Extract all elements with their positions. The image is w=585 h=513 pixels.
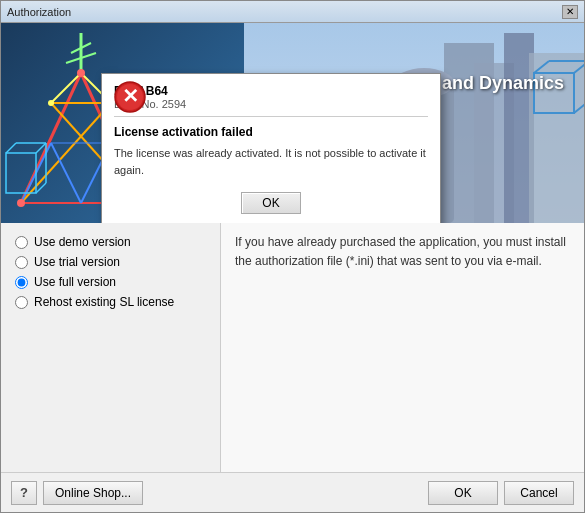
error-header: ✕ RSTAB64 Error No. 2594 xyxy=(102,74,440,116)
error-icon: ✕ xyxy=(114,81,146,113)
option-full[interactable]: Use full version xyxy=(15,275,206,289)
svg-rect-21 xyxy=(6,153,36,193)
title-bar: Authorization ✕ xyxy=(1,1,584,23)
option-demo[interactable]: Use demo version xyxy=(15,235,206,249)
close-button[interactable]: ✕ xyxy=(562,5,578,19)
svg-point-16 xyxy=(17,199,25,207)
error-footer: OK xyxy=(102,182,440,223)
svg-line-22 xyxy=(6,143,16,153)
error-ok-button[interactable]: OK xyxy=(241,192,301,214)
option-trial-label: Use trial version xyxy=(34,255,120,269)
error-body: License activation failed The license wa… xyxy=(102,117,440,182)
ok-button[interactable]: OK xyxy=(428,481,498,505)
error-detail-message: The license was already activated. It is… xyxy=(114,145,428,178)
error-dialog: ✕ RSTAB64 Error No. 2594 License activat… xyxy=(101,73,441,223)
error-main-message: License activation failed xyxy=(114,125,428,139)
options-panel: Use demo version Use trial version Use f… xyxy=(1,223,221,472)
svg-point-17 xyxy=(77,69,85,77)
option-full-label: Use full version xyxy=(34,275,116,289)
svg-line-6 xyxy=(51,73,81,103)
option-trial[interactable]: Use trial version xyxy=(15,255,206,269)
svg-point-19 xyxy=(48,100,54,106)
info-panel: If you have already purchased the applic… xyxy=(221,223,584,472)
help-button[interactable]: ? xyxy=(11,481,37,505)
bottom-section: Use demo version Use trial version Use f… xyxy=(1,223,584,472)
svg-text:✕: ✕ xyxy=(122,85,139,107)
banner: Software for Statics and Dynamics ✕ RSTA… xyxy=(1,23,584,223)
footer-bar: ? Online Shop... OK Cancel xyxy=(1,472,584,512)
radio-demo[interactable] xyxy=(15,236,28,249)
info-text: If you have already purchased the applic… xyxy=(235,235,566,268)
radio-trial[interactable] xyxy=(15,256,28,269)
online-shop-button[interactable]: Online Shop... xyxy=(43,481,143,505)
authorization-window: Authorization ✕ xyxy=(0,0,585,513)
option-rehost[interactable]: Rehost existing SL license xyxy=(15,295,206,309)
footer-left: ? Online Shop... xyxy=(11,481,422,505)
window-title: Authorization xyxy=(7,6,71,18)
radio-rehost[interactable] xyxy=(15,296,28,309)
cancel-button[interactable]: Cancel xyxy=(504,481,574,505)
radio-full[interactable] xyxy=(15,276,28,289)
option-demo-label: Use demo version xyxy=(34,235,131,249)
option-rehost-label: Rehost existing SL license xyxy=(34,295,174,309)
footer-right: OK Cancel xyxy=(428,481,574,505)
